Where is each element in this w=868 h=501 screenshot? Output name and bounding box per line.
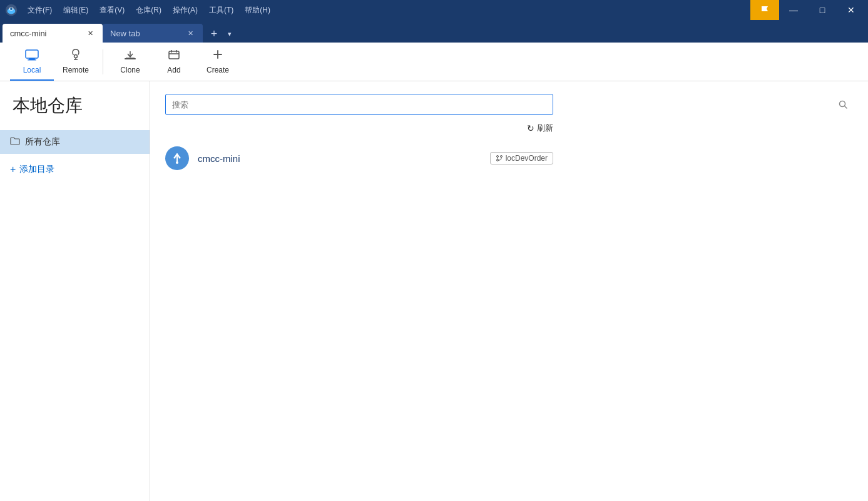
right-panel: ↻ 刷新 cmcc-mini	[150, 81, 868, 501]
toolbar-local-button[interactable]: Local	[10, 43, 54, 81]
all-repos-label: 所有仓库	[25, 136, 60, 148]
toolbar: Local Remote Clone	[0, 43, 868, 81]
add-directory-label: 添加目录	[19, 164, 54, 175]
svg-point-14	[496, 156, 498, 158]
svg-rect-9	[169, 51, 179, 59]
repo-item[interactable]: cmcc-mini locDevOrder	[165, 143, 553, 174]
sidebar-item-all-repos[interactable]: 所有仓库	[0, 130, 150, 154]
add-icon	[166, 48, 181, 63]
svg-rect-8	[125, 58, 136, 59]
minimize-button[interactable]: —	[779, 0, 808, 20]
search-icon-button[interactable]	[833, 94, 853, 115]
menu-view[interactable]: 查看(V)	[94, 4, 130, 17]
app-logo	[3, 1, 20, 19]
tab-dropdown-button[interactable]: ▾	[223, 25, 237, 43]
tab-cmcc-mini[interactable]: cmcc-mini ✕	[3, 24, 103, 43]
svg-point-3	[10, 8, 13, 10]
toolbar-clone-button[interactable]: Clone	[108, 43, 152, 81]
main-content: 本地仓库 所有仓库 + 添加目录	[0, 81, 868, 501]
sidebar: 本地仓库 所有仓库 + 添加目录	[0, 81, 150, 501]
search-input[interactable]	[165, 94, 553, 115]
title-bar: 文件(F) 编辑(E) 查看(V) 仓库(R) 操作(A) 工具(T) 帮助(H…	[0, 0, 868, 20]
local-icon	[24, 48, 39, 63]
new-tab-button[interactable]: +	[205, 25, 223, 43]
svg-point-11	[176, 161, 178, 164]
branch-name: locDevOrder	[506, 154, 548, 163]
menu-help[interactable]: 帮助(H)	[240, 4, 275, 17]
tab-new-tab-label: New tab	[110, 29, 140, 38]
menu-edit[interactable]: 编辑(E)	[58, 4, 93, 17]
tab-new-tab-close[interactable]: ✕	[185, 28, 195, 38]
folder-icon	[10, 136, 20, 148]
toolbar-remote-label: Remote	[63, 66, 89, 74]
toolbar-create-label: Create	[207, 66, 229, 74]
repo-name: cmcc-mini	[198, 153, 481, 164]
refresh-label: 刷新	[537, 123, 553, 134]
menu-bar: 文件(F) 编辑(E) 查看(V) 仓库(R) 操作(A) 工具(T) 帮助(H…	[23, 4, 750, 17]
toolbar-add-label: Add	[167, 66, 180, 74]
tab-cmcc-mini-label: cmcc-mini	[10, 29, 47, 38]
tab-bar: cmcc-mini ✕ New tab ✕ + ▾	[0, 20, 868, 43]
toolbar-add-button[interactable]: Add	[152, 43, 196, 81]
svg-rect-4	[26, 50, 38, 58]
window-controls: — □ ✕	[750, 0, 865, 20]
maximize-button[interactable]: □	[808, 0, 837, 20]
svg-point-13	[179, 157, 181, 159]
flag-button[interactable]	[750, 0, 779, 20]
tab-cmcc-mini-close[interactable]: ✕	[85, 28, 95, 38]
repo-icon	[165, 146, 189, 170]
menu-file[interactable]: 文件(F)	[23, 4, 57, 17]
toolbar-separator-1	[103, 49, 103, 74]
svg-rect-6	[28, 59, 36, 61]
clone-icon	[123, 48, 138, 63]
branch-badge: locDevOrder	[490, 152, 553, 164]
toolbar-create-button[interactable]: Create	[196, 43, 240, 81]
svg-point-15	[500, 156, 502, 158]
plus-icon: +	[10, 164, 16, 175]
toolbar-local-label: Local	[23, 66, 41, 74]
svg-rect-5	[29, 58, 35, 59]
menu-tools[interactable]: 工具(T)	[204, 4, 238, 17]
create-icon	[210, 48, 225, 63]
sidebar-add-directory[interactable]: + 添加目录	[0, 158, 150, 181]
svg-point-12	[174, 157, 176, 159]
menu-action[interactable]: 操作(A)	[168, 4, 203, 17]
close-button[interactable]: ✕	[837, 0, 865, 20]
toolbar-clone-label: Clone	[120, 66, 140, 74]
tab-new-tab[interactable]: New tab ✕	[103, 24, 203, 43]
toolbar-remote-button[interactable]: Remote	[54, 43, 98, 81]
refresh-button[interactable]: ↻ 刷新	[527, 123, 553, 134]
refresh-icon: ↻	[527, 123, 534, 133]
refresh-bar: ↻ 刷新	[165, 123, 553, 134]
page-title: 本地仓库	[0, 94, 150, 130]
svg-point-7	[74, 54, 78, 58]
remote-icon	[68, 48, 83, 63]
search-container	[165, 94, 853, 115]
menu-repo[interactable]: 仓库(R)	[131, 4, 166, 17]
